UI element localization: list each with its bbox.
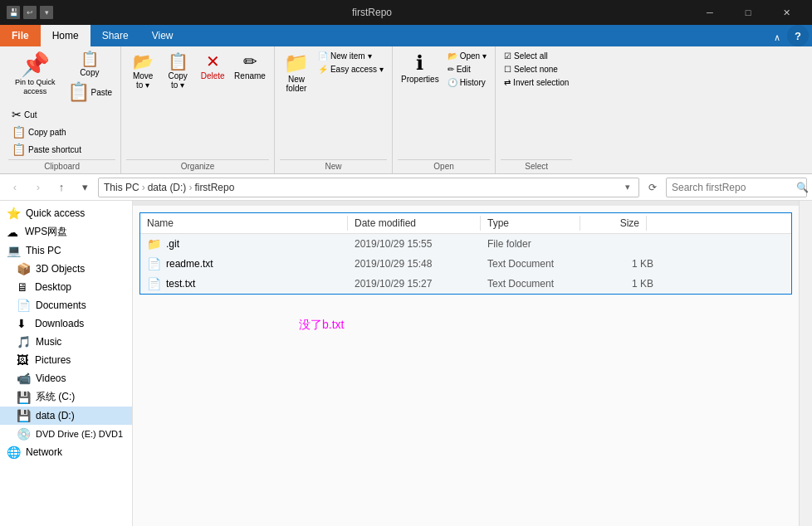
sidebar-item-pictures[interactable]: 🖼 Pictures: [0, 351, 132, 369]
delete-button[interactable]: ✕ Delete: [196, 50, 229, 84]
organize-group-content: 📂 Moveto ▾ 📋 Copyto ▾ ✕ Delete ✏ Rename: [126, 50, 269, 158]
search-box[interactable]: 🔍: [666, 178, 807, 197]
sidebar-item-this-pc[interactable]: 💻 This PC: [0, 241, 132, 260]
copy-to-label: Copyto ▾: [168, 71, 187, 90]
easy-access-button[interactable]: ⚡ Easy access ▾: [315, 63, 387, 75]
new-folder-icon: 📁: [284, 53, 309, 73]
sidebar-item-documents[interactable]: 📄 Documents: [0, 296, 132, 314]
git-date: 2019/10/29 15:55: [355, 238, 487, 250]
organize-label: Organize: [126, 159, 269, 173]
network-icon: 🌐: [7, 446, 21, 459]
invert-selection-button[interactable]: ⇄ Invert selection: [501, 76, 572, 89]
rename-button[interactable]: ✏ Rename: [231, 50, 269, 84]
system-c-icon: 💾: [17, 391, 31, 404]
help-button[interactable]: ?: [787, 25, 809, 46]
open-button[interactable]: 📂 Open ▾: [444, 50, 490, 62]
minimize-button[interactable]: ─: [691, 0, 729, 25]
col-header-size[interactable]: Size: [580, 216, 647, 231]
sidebar-item-system-c[interactable]: 💾 系统 (C:): [0, 387, 132, 407]
address-bar[interactable]: This PC › data (D:) › firstRepo ▾: [98, 178, 639, 197]
file-row-git[interactable]: 📁 .git 2019/10/29 15:55 File folder: [140, 234, 791, 254]
cut-button[interactable]: ✂ Cut: [8, 106, 115, 123]
paste-button[interactable]: 📋 Paste: [64, 80, 116, 105]
file-row-readme[interactable]: 📄 readme.txt 2019/10/29 15:48 Text Docum…: [140, 254, 791, 274]
file-row-test[interactable]: 📄 test.txt 2019/10/29 15:27 Text Documen…: [140, 274, 791, 294]
scroll-indicator-top: [133, 201, 799, 206]
recent-dropdown[interactable]: ▾: [75, 178, 95, 197]
file-list-container: Name Date modified Type Size 📁 .git 2019…: [133, 201, 799, 526]
test-type: Text Document: [487, 278, 587, 290]
breadcrumb-current[interactable]: firstRepo: [194, 182, 234, 193]
new-item-button[interactable]: 📄 New item ▾: [315, 50, 387, 62]
readme-size: 1 KB: [587, 258, 653, 270]
history-button[interactable]: 🕐 History: [444, 76, 490, 89]
sidebar-item-quick-access[interactable]: ⭐ Quick access: [0, 204, 132, 222]
save-icon[interactable]: 💾: [7, 6, 20, 19]
select-all-button[interactable]: ☑ Select all: [501, 50, 572, 62]
undo-icon[interactable]: ↩: [23, 6, 37, 19]
new-item-label: New item: [330, 51, 365, 61]
paste-shortcut-label: Paste shortcut: [28, 145, 81, 154]
sidebar-label-videos: Videos: [36, 373, 66, 384]
search-input[interactable]: [672, 182, 796, 193]
edit-label: Edit: [457, 65, 471, 74]
file-name-git: 📁 .git: [147, 237, 355, 251]
sidebar-item-desktop[interactable]: 🖥 Desktop: [0, 278, 132, 296]
copy-to-button[interactable]: 📋 Copyto ▾: [161, 50, 194, 93]
sidebar-item-3d-objects[interactable]: 📦 3D Objects: [0, 260, 132, 278]
search-icon: 🔍: [796, 182, 809, 193]
tab-share[interactable]: Share: [90, 25, 140, 46]
sidebar-item-wps[interactable]: ☁ WPS网盘: [0, 222, 132, 241]
col-header-type[interactable]: Type: [481, 216, 580, 231]
maximize-button[interactable]: □: [729, 0, 767, 25]
sidebar-item-network[interactable]: 🌐 Network: [0, 443, 132, 461]
pin-icon[interactable]: ▾: [40, 6, 53, 19]
properties-button[interactable]: ℹ Properties: [398, 50, 443, 87]
col-header-name[interactable]: Name: [140, 216, 348, 231]
copy-path-button[interactable]: 📋 Copy path: [8, 124, 115, 140]
txt-icon-2: 📄: [147, 277, 161, 290]
folder-icon: 📁: [147, 237, 161, 251]
paste-shortcut-icon: 📋: [12, 143, 26, 156]
back-button[interactable]: ‹: [5, 178, 25, 197]
tab-home[interactable]: Home: [41, 25, 90, 46]
select-all-icon: ☑: [504, 51, 511, 61]
refresh-button[interactable]: ⟳: [643, 178, 663, 197]
new-folder-button[interactable]: 📁 Newfolder: [280, 50, 313, 96]
tab-view[interactable]: View: [140, 25, 185, 46]
copy-button[interactable]: 📋 Copy: [64, 50, 116, 79]
col-header-date[interactable]: Date modified: [348, 216, 481, 231]
new-group: 📁 Newfolder 📄 New item ▾ ⚡ Easy access ▾…: [275, 46, 393, 173]
move-to-button[interactable]: 📂 Moveto ▾: [126, 50, 159, 93]
clipboard-small-col: ✂ Cut 📋 Copy path 📋 Paste shortcut: [8, 106, 115, 158]
sidebar-item-data-d[interactable]: 💾 data (D:): [0, 407, 132, 425]
pin-icon: 📌: [21, 53, 50, 76]
sidebar-label-this-pc: This PC: [26, 245, 61, 256]
forward-button[interactable]: ›: [28, 178, 48, 197]
sidebar-item-music[interactable]: 🎵 Music: [0, 333, 132, 351]
music-icon: 🎵: [17, 335, 31, 348]
sidebar-label-system-c: 系统 (C:): [36, 390, 75, 404]
right-panel[interactable]: [799, 201, 812, 526]
tab-file[interactable]: File: [0, 25, 41, 46]
close-button[interactable]: ✕: [767, 0, 805, 25]
up-button[interactable]: ↑: [51, 178, 71, 197]
clipboard-group-content: 📌 Pin to Quickaccess 📋 Copy 📋 Paste: [8, 50, 115, 105]
easy-access-label: Easy access: [330, 65, 377, 74]
open-group: ℹ Properties 📂 Open ▾ ✏ Edit 🕐 History: [393, 46, 496, 173]
sidebar-item-videos[interactable]: 📹 Videos: [0, 369, 132, 387]
ribbon-collapse-button[interactable]: ∧: [770, 29, 784, 46]
txt-icon: 📄: [147, 257, 161, 270]
edit-button[interactable]: ✏ Edit: [444, 63, 490, 75]
select-none-button[interactable]: ☐ Select none: [501, 63, 572, 75]
address-dropdown-button[interactable]: ▾: [622, 182, 633, 192]
pin-quick-access-button[interactable]: 📌 Pin to Quickaccess: [8, 50, 62, 100]
sidebar-item-dvd-e[interactable]: 💿 DVD Drive (E:) DVD1: [0, 425, 132, 443]
sidebar-item-downloads[interactable]: ⬇ Downloads: [0, 314, 132, 333]
breadcrumb-data-d[interactable]: data (D:): [148, 182, 187, 193]
select-group-content: ☑ Select all ☐ Select none ⇄ Invert sele…: [501, 50, 572, 158]
paste-shortcut-button[interactable]: 📋 Paste shortcut: [8, 141, 115, 158]
breadcrumb-this-pc[interactable]: This PC: [104, 182, 139, 193]
history-icon: 🕐: [448, 78, 457, 87]
new-label: New: [280, 159, 387, 173]
